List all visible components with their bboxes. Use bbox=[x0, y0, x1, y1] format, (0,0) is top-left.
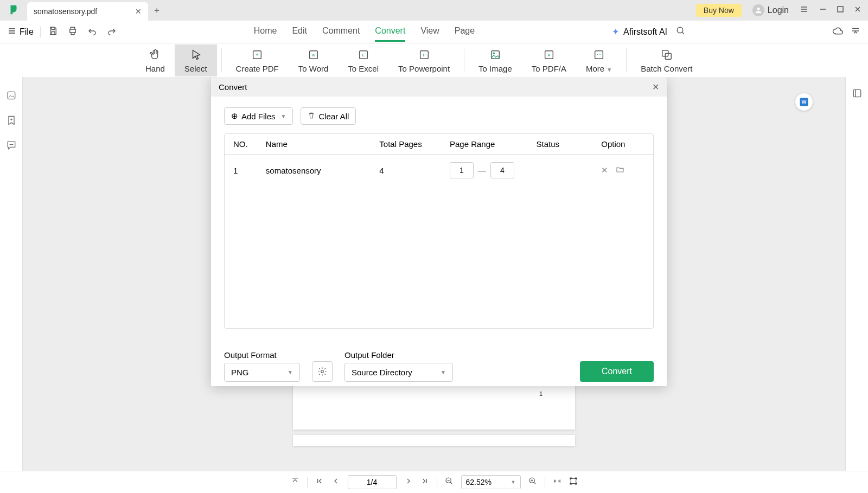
excel-icon: E bbox=[358, 48, 369, 62]
tool-to-image[interactable]: To Image bbox=[469, 44, 522, 76]
zoom-select[interactable]: 62.52% ▼ bbox=[461, 475, 521, 489]
maximize-button[interactable] bbox=[837, 5, 844, 15]
divider bbox=[307, 477, 308, 488]
zoom-out-icon[interactable] bbox=[445, 477, 454, 488]
settings-button[interactable] bbox=[312, 361, 333, 382]
next-page-icon[interactable] bbox=[404, 477, 413, 488]
tab-comment[interactable]: Comment bbox=[322, 22, 360, 42]
divider bbox=[545, 477, 545, 488]
range-to-input[interactable] bbox=[490, 162, 514, 178]
dialog-close-button[interactable]: ✕ bbox=[652, 82, 659, 92]
tool-to-pdfa[interactable]: A To PDF/A bbox=[522, 44, 576, 76]
svg-text:E: E bbox=[362, 52, 365, 57]
bookmarks-icon[interactable] bbox=[6, 115, 17, 128]
divider bbox=[464, 48, 464, 72]
divider bbox=[437, 477, 437, 488]
prev-page-icon[interactable] bbox=[331, 477, 340, 488]
search-icon[interactable] bbox=[676, 26, 686, 38]
row-total-pages: 4 bbox=[379, 166, 450, 175]
column-header-no: NO. bbox=[233, 139, 266, 149]
tab-view[interactable]: View bbox=[420, 22, 439, 42]
redo-icon[interactable] bbox=[107, 26, 117, 38]
open-folder-icon[interactable] bbox=[616, 165, 624, 176]
tool-to-excel[interactable]: E To Excel bbox=[338, 44, 388, 76]
tool-create-pdf[interactable]: + Create PDF bbox=[226, 44, 289, 76]
range-from-input[interactable] bbox=[450, 162, 474, 178]
collapse-icon[interactable] bbox=[851, 26, 860, 38]
divider bbox=[626, 48, 627, 72]
svg-point-0 bbox=[757, 8, 760, 10]
tool-to-word[interactable]: W To Word bbox=[289, 44, 339, 76]
pdf-page-number: 1 bbox=[539, 390, 542, 397]
hand-icon bbox=[149, 48, 161, 62]
zoom-in-icon[interactable] bbox=[528, 477, 537, 488]
save-icon[interactable] bbox=[48, 26, 58, 38]
add-files-label: Add Files bbox=[241, 112, 276, 121]
chevron-down-icon: ▼ bbox=[288, 369, 293, 375]
tool-to-powerpoint[interactable]: P To Powerpoint bbox=[388, 44, 459, 76]
convert-dialog: Convert ✕ ⊕ Add Files ▼ Clear All bbox=[211, 77, 667, 386]
document-tab[interactable]: somatosensory.pdf ✕ bbox=[27, 2, 148, 21]
image-icon bbox=[489, 48, 501, 62]
convert-button[interactable]: Convert bbox=[580, 361, 654, 382]
output-format-value: PNG bbox=[231, 368, 249, 377]
panel-toggle-icon[interactable] bbox=[852, 88, 863, 101]
tool-label: To PDF/A bbox=[532, 64, 566, 73]
buy-now-button[interactable]: Buy Now bbox=[696, 4, 742, 17]
fit-width-icon[interactable] bbox=[553, 477, 561, 488]
word-export-float-button[interactable]: W bbox=[795, 93, 813, 111]
tab-page[interactable]: Page bbox=[455, 22, 475, 42]
thumbnails-icon[interactable] bbox=[6, 90, 17, 103]
svg-rect-1 bbox=[838, 7, 843, 12]
comments-icon[interactable] bbox=[6, 140, 17, 153]
cloud-icon[interactable] bbox=[832, 25, 843, 39]
tool-label: Hand bbox=[145, 64, 165, 73]
add-files-button[interactable]: ⊕ Add Files ▼ bbox=[224, 107, 293, 125]
tool-label: To Image bbox=[478, 64, 512, 73]
scroll-top-icon[interactable] bbox=[291, 477, 299, 488]
tool-select[interactable]: Select bbox=[175, 44, 217, 76]
dialog-title: Convert bbox=[219, 82, 247, 92]
pdfa-icon: A bbox=[543, 48, 555, 62]
first-page-icon[interactable] bbox=[315, 477, 324, 488]
tab-edit[interactable]: Edit bbox=[292, 22, 307, 42]
hamburger-icon[interactable] bbox=[800, 5, 808, 16]
print-icon[interactable] bbox=[68, 26, 78, 38]
svg-point-2 bbox=[677, 27, 683, 33]
range-dash: — bbox=[478, 166, 486, 175]
chevron-down-icon: ▼ bbox=[281, 113, 286, 119]
zoom-value: 62.52% bbox=[466, 478, 492, 486]
clear-all-button[interactable]: Clear All bbox=[301, 107, 356, 125]
tab-close-icon[interactable]: ✕ bbox=[135, 7, 142, 16]
remove-row-icon[interactable]: ✕ bbox=[601, 165, 608, 176]
last-page-icon[interactable] bbox=[420, 477, 429, 488]
tool-label: To Excel bbox=[348, 64, 379, 73]
close-button[interactable] bbox=[854, 5, 861, 15]
file-menu[interactable]: File bbox=[8, 27, 41, 37]
login-button[interactable]: Login bbox=[752, 4, 789, 16]
svg-rect-26 bbox=[571, 478, 576, 483]
minimize-button[interactable] bbox=[819, 5, 827, 15]
svg-rect-23 bbox=[853, 89, 860, 97]
more-icon: ⋯ bbox=[593, 48, 605, 62]
tool-more[interactable]: ⋯ More ▼ bbox=[576, 44, 622, 76]
column-header-name: Name bbox=[266, 139, 379, 149]
word-icon: W bbox=[308, 48, 320, 62]
tool-hand[interactable]: Hand bbox=[136, 44, 175, 76]
tool-batch-convert[interactable]: Batch Convert bbox=[631, 44, 702, 76]
page-input[interactable] bbox=[348, 475, 397, 489]
tab-convert[interactable]: Convert bbox=[375, 22, 405, 42]
file-label: File bbox=[20, 27, 34, 37]
undo-icon[interactable] bbox=[87, 26, 97, 38]
output-folder-select[interactable]: Source Directory ▼ bbox=[344, 363, 453, 382]
fit-page-icon[interactable] bbox=[569, 477, 578, 488]
output-format-select[interactable]: PNG ▼ bbox=[224, 363, 300, 382]
ai-button[interactable]: ✦ Afirstsoft AI bbox=[612, 27, 676, 37]
tool-label: Batch Convert bbox=[641, 64, 692, 73]
column-header-pages: Total Pages bbox=[379, 139, 450, 149]
tab-home[interactable]: Home bbox=[254, 22, 277, 42]
hamburger-icon bbox=[8, 27, 16, 37]
plus-icon: ⊕ bbox=[231, 111, 238, 121]
new-tab-button[interactable]: ＋ bbox=[148, 2, 165, 19]
column-header-range: Page Range bbox=[450, 139, 537, 149]
